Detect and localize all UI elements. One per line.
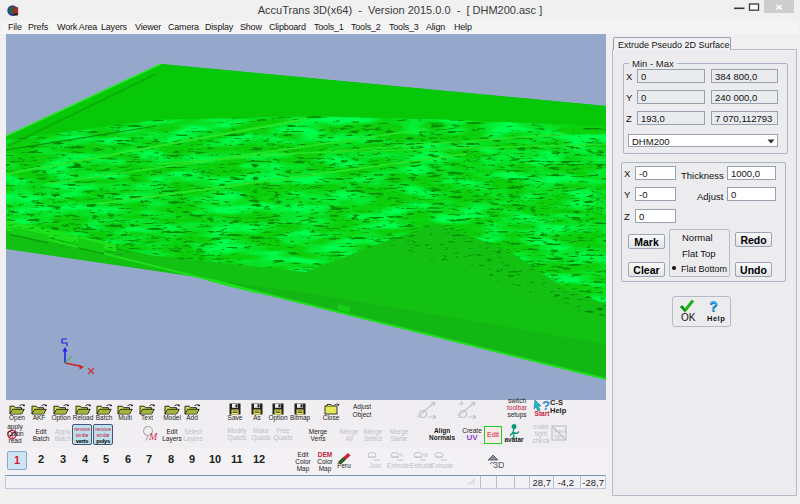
svg-text:H: H (417, 413, 421, 419)
svg-text:M: M (423, 452, 428, 458)
svg-text:tight: tight (554, 433, 564, 439)
svg-text:S: S (457, 413, 461, 419)
svg-text:3D: 3D (493, 460, 504, 470)
svg-text:K: K (400, 452, 404, 458)
